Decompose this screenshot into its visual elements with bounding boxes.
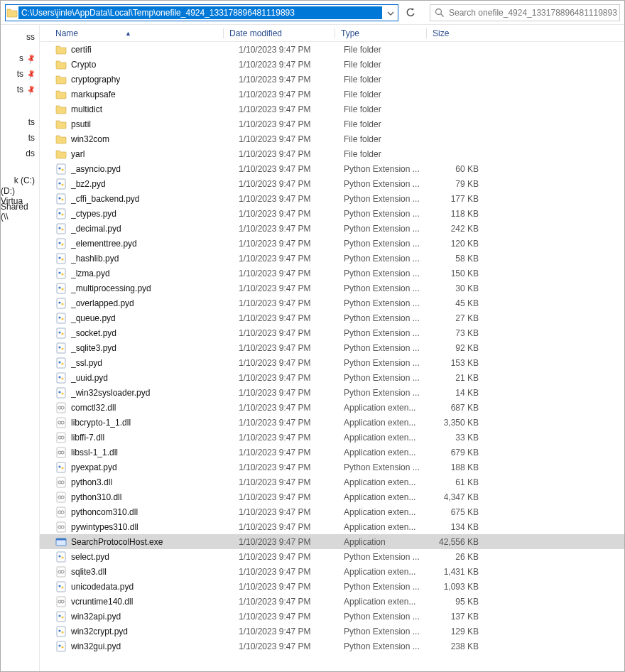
- file-date: 1/10/2023 9:47 PM: [239, 149, 344, 159]
- file-row[interactable]: win32crypt.pyd1/10/2023 9:47 PMPython Ex…: [40, 624, 624, 639]
- file-row[interactable]: libffi-7.dll1/10/2023 9:47 PMApplication…: [40, 430, 624, 445]
- file-date: 1/10/2023 9:47 PM: [239, 164, 344, 174]
- file-row[interactable]: psutil1/10/2023 9:47 PMFile folder: [40, 116, 624, 131]
- file-row[interactable]: python310.dll1/10/2023 9:47 PMApplicatio…: [40, 489, 624, 504]
- file-row[interactable]: _sqlite3.pyd1/10/2023 9:47 PMPython Exte…: [40, 340, 624, 355]
- pyd-icon: [55, 163, 67, 175]
- nav-item[interactable]: s📌: [1, 50, 39, 66]
- file-type: Python Extension ...: [344, 224, 429, 234]
- file-row[interactable]: _bz2.pyd1/10/2023 9:47 PMPython Extensio…: [40, 176, 624, 191]
- file-row[interactable]: libssl-1_1.dll1/10/2023 9:47 PMApplicati…: [40, 445, 624, 460]
- file-row[interactable]: _ssl.pyd1/10/2023 9:47 PMPython Extensio…: [40, 355, 624, 370]
- file-row[interactable]: vcruntime140.dll1/10/2023 9:47 PMApplica…: [40, 594, 624, 609]
- file-row[interactable]: multidict1/10/2023 9:47 PMFile folder: [40, 102, 624, 116]
- header-type[interactable]: Type: [341, 28, 426, 38]
- file-date: 1/10/2023 9:47 PM: [239, 134, 344, 144]
- file-row[interactable]: _uuid.pyd1/10/2023 9:47 PMPython Extensi…: [40, 370, 624, 385]
- nav-pane[interactable]: sss📌ts📌ts📌tstsdsk (C:)(D:) VirtuaShared …: [1, 25, 40, 671]
- file-size: 679 KB: [429, 448, 479, 457]
- pyd-icon: [55, 253, 67, 264]
- file-row[interactable]: _queue.pyd1/10/2023 9:47 PMPython Extens…: [40, 310, 624, 325]
- header-date[interactable]: Date modified: [229, 28, 335, 38]
- file-name: _elementtree.pyd: [71, 239, 137, 249]
- file-row[interactable]: Crypto1/10/2023 9:47 PMFile folder: [40, 57, 624, 72]
- file-row[interactable]: yarl1/10/2023 9:47 PMFile folder: [40, 146, 624, 161]
- file-size: 150 KB: [429, 269, 479, 278]
- header-name[interactable]: Name ▲: [40, 28, 223, 38]
- file-row[interactable]: markupsafe1/10/2023 9:47 PMFile folder: [40, 87, 624, 102]
- file-name: Crypto: [71, 60, 96, 70]
- file-type: Python Extension ...: [344, 641, 429, 651]
- file-type: File folder: [344, 104, 429, 114]
- search-icon: [430, 5, 447, 21]
- file-size: 33 KB: [429, 433, 479, 443]
- file-row[interactable]: _elementtree.pyd1/10/2023 9:47 PMPython …: [40, 236, 624, 251]
- file-row[interactable]: _overlapped.pyd1/10/2023 9:47 PMPython E…: [40, 296, 624, 310]
- file-name: win32com: [71, 134, 109, 144]
- folder-icon: [55, 148, 67, 160]
- file-name: _sqlite3.pyd: [71, 343, 116, 353]
- file-type: Application exten...: [344, 507, 429, 517]
- file-type: Python Extension ...: [344, 373, 429, 383]
- refresh-button[interactable]: [401, 4, 420, 21]
- file-row[interactable]: _decimal.pyd1/10/2023 9:47 PMPython Exte…: [40, 221, 624, 236]
- file-date: 1/10/2023 9:47 PM: [239, 194, 344, 204]
- file-size: 79 KB: [429, 179, 479, 189]
- file-row[interactable]: sqlite3.dll1/10/2023 9:47 PMApplication …: [40, 564, 624, 579]
- file-row[interactable]: _multiprocessing.pyd1/10/2023 9:47 PMPyt…: [40, 281, 624, 296]
- nav-item[interactable]: ts📌: [1, 66, 39, 82]
- file-type: Python Extension ...: [344, 462, 429, 472]
- file-row[interactable]: win32gui.pyd1/10/2023 9:47 PMPython Exte…: [40, 639, 624, 654]
- nav-item[interactable]: ts: [1, 130, 39, 146]
- file-area: Name ▲ Date modified Type Size certifi1/…: [40, 25, 624, 671]
- file-size: 61 KB: [429, 477, 479, 487]
- folder-icon: [55, 89, 67, 100]
- dll-icon: [55, 447, 67, 458]
- file-name: _hashlib.pyd: [71, 254, 119, 264]
- nav-item[interactable]: ds: [1, 146, 39, 161]
- file-name: _cffi_backend.pyd: [71, 194, 140, 204]
- file-size: 60 KB: [429, 164, 479, 174]
- folder-icon: [55, 59, 67, 70]
- file-row[interactable]: _lzma.pyd1/10/2023 9:47 PMPython Extensi…: [40, 266, 624, 281]
- search-box[interactable]: Search onefile_4924_133178896481119893: [430, 4, 620, 21]
- file-type: Application exten...: [344, 477, 429, 487]
- nav-item[interactable]: ts📌: [1, 82, 39, 97]
- file-row[interactable]: _cffi_backend.pyd1/10/2023 9:47 PMPython…: [40, 191, 624, 206]
- nav-item[interactable]: ss: [1, 29, 39, 45]
- file-type: Python Extension ...: [344, 612, 429, 622]
- file-row[interactable]: win32com1/10/2023 9:47 PMFile folder: [40, 131, 624, 146]
- file-size: 242 KB: [429, 224, 479, 234]
- file-row[interactable]: select.pyd1/10/2023 9:47 PMPython Extens…: [40, 549, 624, 564]
- file-type: Python Extension ...: [344, 552, 429, 562]
- file-row[interactable]: pythoncom310.dll1/10/2023 9:47 PMApplica…: [40, 504, 624, 519]
- file-list[interactable]: certifi1/10/2023 9:47 PMFile folderCrypt…: [40, 42, 624, 671]
- file-row[interactable]: python3.dll1/10/2023 9:47 PMApplication …: [40, 475, 624, 489]
- file-row[interactable]: certifi1/10/2023 9:47 PMFile folder: [40, 42, 624, 57]
- file-row[interactable]: _asyncio.pyd1/10/2023 9:47 PMPython Exte…: [40, 161, 624, 176]
- header-size[interactable]: Size: [433, 28, 482, 38]
- address-dropdown[interactable]: [382, 5, 398, 21]
- address-bar[interactable]: C:\Users\jinle\AppData\Local\Temp\onefil…: [5, 4, 398, 21]
- dll-icon: [55, 417, 67, 428]
- nav-item[interactable]: ts: [1, 114, 39, 130]
- file-date: 1/10/2023 9:47 PM: [239, 358, 344, 368]
- file-row[interactable]: comctl32.dll1/10/2023 9:47 PMApplication…: [40, 400, 624, 415]
- file-row[interactable]: libcrypto-1_1.dll1/10/2023 9:47 PMApplic…: [40, 415, 624, 430]
- file-row[interactable]: _hashlib.pyd1/10/2023 9:47 PMPython Exte…: [40, 251, 624, 266]
- file-row[interactable]: win32api.pyd1/10/2023 9:47 PMPython Exte…: [40, 609, 624, 624]
- file-row[interactable]: _socket.pyd1/10/2023 9:47 PMPython Exten…: [40, 325, 624, 340]
- file-row[interactable]: _ctypes.pyd1/10/2023 9:47 PMPython Exten…: [40, 206, 624, 221]
- file-row[interactable]: cryptography1/10/2023 9:47 PMFile folder: [40, 72, 624, 87]
- file-type: Python Extension ...: [344, 239, 429, 249]
- nav-item[interactable]: Shared (\\: [1, 204, 39, 220]
- file-row[interactable]: unicodedata.pyd1/10/2023 9:47 PMPython E…: [40, 579, 624, 594]
- file-row[interactable]: _win32sysloader.pyd1/10/2023 9:47 PMPyth…: [40, 385, 624, 400]
- address-path[interactable]: C:\Users\jinle\AppData\Local\Temp\onefil…: [18, 6, 382, 19]
- file-name: win32crypt.pyd: [71, 627, 128, 636]
- file-size: 42,556 KB: [429, 537, 479, 547]
- file-row[interactable]: pywintypes310.dll1/10/2023 9:47 PMApplic…: [40, 519, 624, 534]
- file-row[interactable]: pyexpat.pyd1/10/2023 9:47 PMPython Exten…: [40, 460, 624, 475]
- file-row[interactable]: SearchProtocolHost.exe1/10/2023 9:47 PMA…: [40, 534, 624, 549]
- file-size: 58 KB: [429, 254, 479, 264]
